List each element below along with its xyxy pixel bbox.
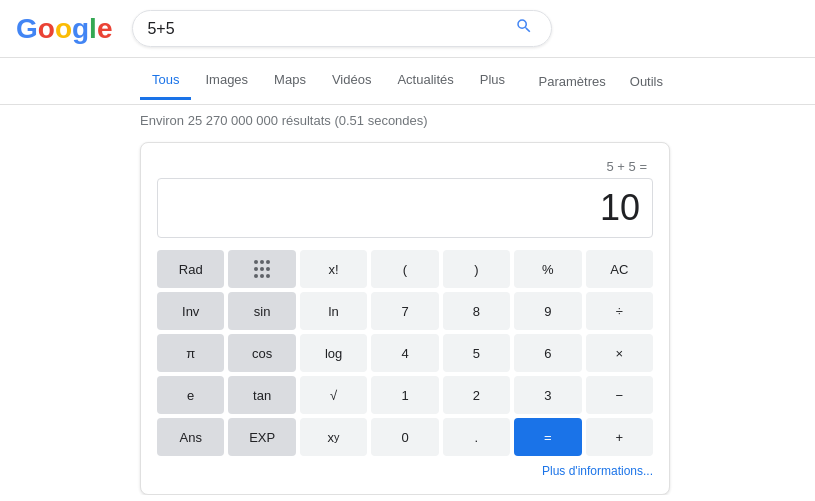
search-bar (132, 10, 552, 47)
grid-dot (266, 267, 270, 271)
btn-8[interactable]: 8 (443, 292, 510, 330)
btn-rad[interactable]: Rad (157, 250, 224, 288)
search-input[interactable] (147, 20, 511, 38)
google-logo: G o o g l e (16, 13, 112, 45)
btn-sin[interactable]: sin (228, 292, 295, 330)
btn-5[interactable]: 5 (443, 334, 510, 372)
btn-7[interactable]: 7 (371, 292, 438, 330)
tab-videos[interactable]: Vidéos (320, 62, 384, 100)
btn-e[interactable]: e (157, 376, 224, 414)
btn-2[interactable]: 2 (443, 376, 510, 414)
btn-3[interactable]: 3 (514, 376, 581, 414)
tab-parametres[interactable]: Paramètres (527, 64, 618, 99)
nav-tabs: Tous Images Maps Vidéos Actualités Plus … (0, 58, 815, 105)
grid-dot (266, 260, 270, 264)
grid-dot (254, 274, 258, 278)
calc-buttons: Rad x! ( ) % AC Inv sin ln 7 8 9 ÷ π cos… (157, 250, 653, 456)
btn-exp[interactable]: EXP (228, 418, 295, 456)
grid-dot (254, 260, 258, 264)
calc-expression: 5 + 5 = (157, 159, 653, 174)
header: G o o g l e (0, 0, 815, 58)
search-icon (515, 17, 533, 35)
calc-display: 10 (157, 178, 653, 238)
btn-4[interactable]: 4 (371, 334, 438, 372)
grid-dot (260, 260, 264, 264)
btn-equals[interactable]: = (514, 418, 581, 456)
tab-images[interactable]: Images (193, 62, 260, 100)
grid-dot (254, 267, 258, 271)
btn-open-paren[interactable]: ( (371, 250, 438, 288)
logo-g2: g (72, 13, 89, 45)
btn-multiply[interactable]: × (586, 334, 653, 372)
btn-divide[interactable]: ÷ (586, 292, 653, 330)
tab-maps[interactable]: Maps (262, 62, 318, 100)
btn-inv[interactable]: Inv (157, 292, 224, 330)
tab-actualites[interactable]: Actualités (385, 62, 465, 100)
logo-e: e (97, 13, 113, 45)
logo-o1: o (38, 13, 55, 45)
btn-pi[interactable]: π (157, 334, 224, 372)
results-count: Environ 25 270 000 000 résultats (0.51 s… (0, 105, 815, 136)
btn-subtract[interactable]: − (586, 376, 653, 414)
grid-dot (260, 267, 264, 271)
btn-factorial[interactable]: x! (300, 250, 367, 288)
tab-outils[interactable]: Outils (618, 64, 675, 99)
grid-dot (260, 274, 264, 278)
more-info-link[interactable]: Plus d'informations... (157, 456, 653, 478)
btn-9[interactable]: 9 (514, 292, 581, 330)
search-button[interactable] (511, 17, 537, 40)
btn-close-paren[interactable]: ) (443, 250, 510, 288)
btn-0[interactable]: 0 (371, 418, 438, 456)
grid-dot (266, 274, 270, 278)
logo-l: l (89, 13, 97, 45)
btn-ans[interactable]: Ans (157, 418, 224, 456)
logo-o2: o (55, 13, 72, 45)
tab-tous[interactable]: Tous (140, 62, 191, 100)
btn-ac[interactable]: AC (586, 250, 653, 288)
btn-sqrt[interactable]: √ (300, 376, 367, 414)
tab-plus[interactable]: Plus (468, 62, 517, 100)
btn-6[interactable]: 6 (514, 334, 581, 372)
btn-add[interactable]: + (586, 418, 653, 456)
btn-percent[interactable]: % (514, 250, 581, 288)
btn-log[interactable]: log (300, 334, 367, 372)
btn-grid[interactable] (228, 250, 295, 288)
btn-1[interactable]: 1 (371, 376, 438, 414)
btn-tan[interactable]: tan (228, 376, 295, 414)
btn-cos[interactable]: cos (228, 334, 295, 372)
btn-ln[interactable]: ln (300, 292, 367, 330)
btn-power[interactable]: xy (300, 418, 367, 456)
calculator-card: 5 + 5 = 10 Rad x! ( ) % AC Inv sin ln 7 … (140, 142, 670, 495)
logo-g: G (16, 13, 38, 45)
btn-decimal[interactable]: . (443, 418, 510, 456)
